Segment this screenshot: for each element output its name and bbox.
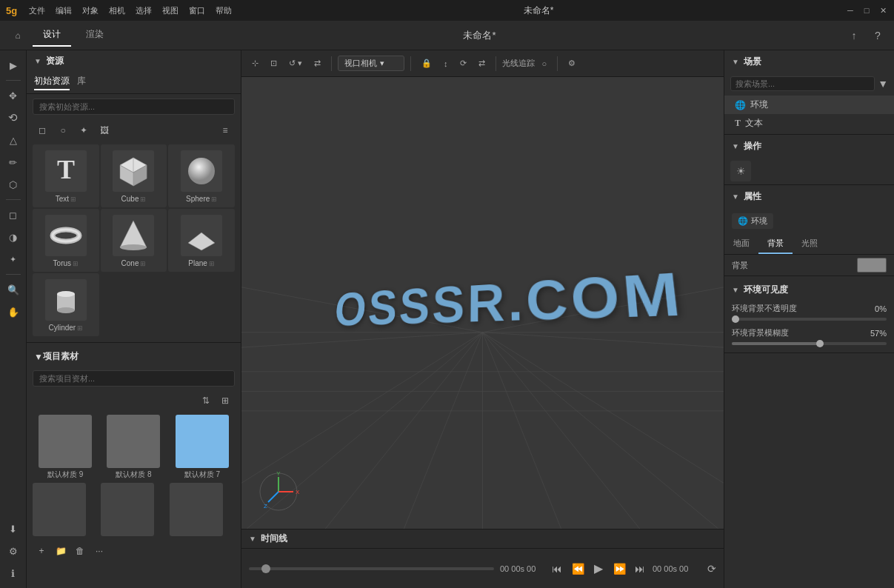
primitive-cone[interactable]: Cone ⊞ (101, 209, 167, 272)
vp-settings-btn[interactable]: ⚙ (564, 54, 580, 73)
material-label-7: 默认材质 7 (184, 470, 220, 480)
close-button[interactable]: ✕ (878, 5, 888, 16)
primitive-cylinder[interactable]: Cylinder ⊞ (33, 273, 99, 336)
primitive-sphere[interactable]: Sphere ⊞ (168, 144, 235, 207)
filter-sun-icon[interactable]: ✦ (76, 122, 92, 138)
tool-select[interactable]: ▶ (3, 55, 24, 76)
tool-hand[interactable]: ✋ (3, 301, 24, 322)
primitive-plane[interactable]: Plane ⊞ (168, 209, 235, 272)
tab-render[interactable]: 渲染 (76, 24, 114, 47)
menu-item-对象[interactable]: 对象 (82, 5, 99, 16)
tool-import[interactable]: ⬇ (3, 518, 24, 539)
assets-search-input[interactable] (33, 98, 235, 115)
tool-search[interactable]: 🔍 (3, 279, 24, 300)
prop-tab-background[interactable]: 背景 (758, 234, 793, 254)
menu-item-文件[interactable]: 文件 (29, 5, 45, 16)
timeline-next[interactable]: ⏩ (611, 561, 627, 577)
timeline-slider[interactable] (249, 567, 494, 570)
add-material-button[interactable]: + (34, 544, 49, 558)
tool-shape[interactable]: △ (3, 130, 24, 150)
grid-view-icon[interactable]: ⊞ (217, 392, 233, 409)
blur-slider-handle[interactable] (816, 340, 824, 347)
menu-bar: 文件编辑对象相机选择视图窗口帮助 (29, 5, 232, 16)
material-item-9[interactable]: 默认材质 9 (33, 415, 98, 480)
vp-camera-switch[interactable]: ⇄ (310, 54, 325, 73)
vp-lock1[interactable]: 🔒 (417, 54, 436, 73)
vp-separator-4 (557, 56, 558, 71)
tool-material[interactable]: ◑ (3, 227, 24, 247)
tool-move[interactable]: ✥ (3, 85, 24, 106)
blur-slider-track[interactable] (732, 342, 887, 345)
home-button[interactable]: ⌂ (7, 25, 28, 46)
scene-item-environment[interactable]: 🌐 环境 (724, 96, 894, 114)
menu-item-视图[interactable]: 视图 (162, 5, 179, 16)
menu-item-编辑[interactable]: 编辑 (56, 5, 72, 16)
background-color-swatch[interactable] (857, 258, 887, 273)
menu-item-窗口[interactable]: 窗口 (189, 5, 205, 16)
folder-material-button[interactable]: 📁 (53, 544, 68, 558)
vp-raytracing-toggle[interactable]: ○ (538, 54, 552, 73)
scene-search-input[interactable] (730, 76, 875, 91)
env-visibility-header[interactable]: ▼ 环境可见度 (724, 279, 894, 301)
primitive-torus[interactable]: Torus ⊞ (33, 209, 99, 272)
scene-item-text[interactable]: T 文本 (724, 114, 894, 133)
tool-info[interactable]: ℹ (3, 563, 24, 584)
tab-initial-assets[interactable]: 初始资源 (34, 75, 70, 90)
tool-light[interactable]: ✦ (3, 249, 24, 270)
properties-header[interactable]: ▼ 属性 (724, 185, 894, 208)
vp-rotate-dropdown[interactable]: ↺ ▾ (284, 54, 307, 73)
help-icon[interactable]: ? (869, 27, 887, 44)
timeline-skip-start[interactable]: ⏮ (549, 561, 565, 577)
tool-transform[interactable]: ⟲ (3, 107, 24, 128)
material-label-8: 默认材质 8 (116, 470, 151, 480)
operations-sun-icon[interactable]: ☀ (730, 161, 751, 181)
maximize-button[interactable]: □ (861, 5, 872, 16)
minimize-button[interactable]: ─ (845, 5, 855, 16)
sort-icon[interactable]: ⇅ (198, 392, 214, 409)
tab-library[interactable]: 库 (77, 75, 86, 90)
tab-design[interactable]: 设计 (33, 24, 71, 47)
camera-selector[interactable]: 视口相机 ▾ (338, 56, 404, 71)
menu-item-相机[interactable]: 相机 (109, 5, 125, 16)
menu-item-帮助[interactable]: 帮助 (216, 5, 232, 16)
vp-loop-btn[interactable]: ⟳ (456, 54, 471, 73)
timeline-handle[interactable] (261, 564, 270, 573)
timeline-skip-end[interactable]: ⏭ (632, 561, 648, 577)
scene-filter-icon[interactable]: ▼ (878, 78, 888, 90)
opacity-slider-track[interactable] (732, 318, 887, 321)
filter-image-icon[interactable]: 🖼 (96, 122, 113, 138)
opacity-slider-handle[interactable] (732, 315, 739, 323)
timeline-play[interactable]: ▶ (590, 561, 607, 577)
export-icon[interactable]: ↑ (845, 27, 863, 44)
filter-cube-icon[interactable]: ◻ (34, 122, 50, 138)
vp-lock2[interactable]: ↕ (439, 54, 453, 73)
primitive-cube[interactable]: Cube ⊞ (101, 144, 167, 207)
delete-material-button[interactable]: 🗑 (73, 544, 87, 558)
menu-item-选择[interactable]: 选择 (136, 5, 152, 16)
right-panel: ▼ 场景 ▼ 🌐 环境 T 文本 ▼ 操作 (724, 50, 894, 588)
project-materials-search-input[interactable] (33, 370, 235, 387)
primitive-text[interactable]: T Text ⊞ (33, 144, 99, 207)
properties-section: ▼ 属性 🌐 环境 地面 背景 光照 背景 (724, 185, 894, 276)
primitive-cube-label: Cube ⊞ (121, 195, 147, 203)
timeline-loop-button[interactable]: ⟳ (707, 563, 716, 575)
vp-cursor-tool[interactable]: ⊹ (247, 54, 263, 73)
filter-list-icon[interactable]: ≡ (217, 122, 233, 138)
vp-frame-btn[interactable]: ⊡ (266, 54, 281, 73)
viewport-canvas[interactable]: OSSSR.COM Y X Z (241, 77, 724, 529)
tool-brush[interactable]: ⬡ (3, 174, 24, 195)
prop-tab-lighting[interactable]: 光照 (793, 234, 827, 254)
scene-header[interactable]: ▼ 场景 (724, 50, 894, 73)
filter-sphere-icon[interactable]: ○ (55, 122, 71, 138)
blur-label: 环境背景模糊度 (732, 327, 860, 338)
operations-header[interactable]: ▼ 操作 (724, 135, 894, 158)
vp-arrows[interactable]: ⇄ (474, 54, 490, 73)
tool-pen[interactable]: ✏ (3, 152, 24, 173)
more-material-button[interactable]: ··· (92, 544, 107, 558)
timeline-prev[interactable]: ⏪ (570, 561, 586, 577)
material-item-7[interactable]: 默认材质 7 (170, 415, 235, 480)
material-item-8[interactable]: 默认材质 8 (101, 415, 166, 480)
tool-object[interactable]: ◻ (3, 204, 24, 225)
tool-settings[interactable]: ⚙ (3, 541, 24, 561)
prop-tab-ground[interactable]: 地面 (724, 234, 758, 254)
